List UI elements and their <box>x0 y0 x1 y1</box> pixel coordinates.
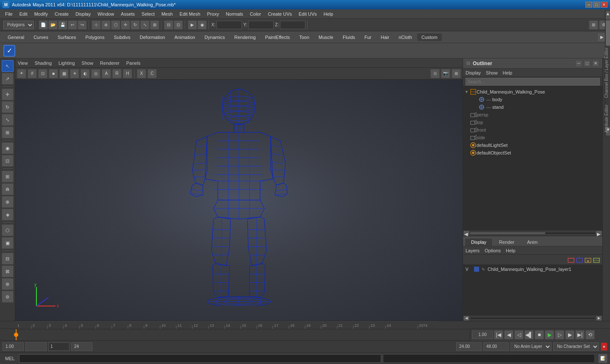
module-hair[interactable]: Hair <box>377 33 394 41</box>
renderer-menu[interactable]: Renderer <box>100 61 119 66</box>
frame-number-input[interactable] <box>48 342 69 351</box>
panels-menu[interactable]: Panels <box>126 61 141 66</box>
viewport-canvas[interactable]: .wire { fill: none; stroke: #0022dd; str… <box>15 80 463 321</box>
redo-button[interactable]: ↪ <box>78 20 87 30</box>
layers-button[interactable]: ⊟ <box>2 253 14 265</box>
menu-help[interactable]: Help <box>320 11 337 17</box>
next-key-button[interactable]: ▷ <box>555 330 564 339</box>
tree-item-objectset[interactable]: defaultObjectSet <box>463 149 602 157</box>
vt-isolate-button[interactable]: ◎ <box>91 69 100 78</box>
snap-curve-button[interactable]: ⋒ <box>2 183 14 195</box>
module-fur[interactable]: Fur <box>360 33 376 41</box>
anim-layer-dropdown[interactable]: No Anim Layer <box>510 342 552 351</box>
camera-tools-button[interactable]: ⬡ <box>2 224 14 236</box>
paint-button[interactable]: ↗ <box>2 73 14 85</box>
vt-hud-button[interactable]: H <box>123 69 132 78</box>
paint-select-button[interactable]: ⬡ <box>111 20 120 30</box>
vt-wireframe-button[interactable]: ⊡ <box>38 69 47 78</box>
menu-edit-mesh[interactable]: Edit Mesh <box>176 11 204 17</box>
restore-button[interactable]: □ <box>593 2 600 8</box>
menu-create[interactable]: Create <box>51 11 72 17</box>
vt-res-button[interactable]: R <box>112 69 122 78</box>
lighting-menu[interactable]: Lighting <box>58 61 75 66</box>
outliner-close[interactable]: ✕ <box>592 60 599 67</box>
side-icon-attribute[interactable]: Attribute Editor <box>604 106 610 131</box>
module-general[interactable]: General <box>3 33 28 41</box>
module-subdivs[interactable]: Subdivs <box>110 33 135 41</box>
snap-button[interactable]: ⊡ <box>174 20 183 30</box>
create-layer-icon[interactable] <box>568 256 575 264</box>
options-menu[interactable]: Options <box>485 248 501 253</box>
menu-normals[interactable]: Normals <box>222 11 247 17</box>
command-input[interactable] <box>19 354 381 363</box>
tab-render[interactable]: Render <box>493 238 521 246</box>
module-painteffects[interactable]: PaintEffects <box>261 33 294 41</box>
tree-item-stand[interactable]: — stand <box>463 103 602 111</box>
outliner-help-menu[interactable]: Help <box>503 70 513 75</box>
scroll-right-button[interactable]: ▶ <box>596 231 602 235</box>
outliner-maximize[interactable]: □ <box>584 60 591 67</box>
move-button[interactable]: ✛ <box>121 20 130 30</box>
play-reverse-button[interactable]: ◀▌ <box>524 330 534 339</box>
scroll-track[interactable] <box>470 232 596 234</box>
history-button[interactable]: ⊟ <box>164 20 173 30</box>
z-coord-input[interactable] <box>280 21 305 29</box>
outliner-display-menu[interactable]: Display <box>466 70 481 75</box>
character-set-dropdown[interactable]: No Character Set <box>553 342 599 351</box>
view-menu[interactable]: View <box>18 61 28 66</box>
module-deformation[interactable]: Deformation <box>136 33 169 41</box>
scale-tool-button[interactable]: ⤡ <box>2 114 14 126</box>
menu-proxy[interactable]: Proxy <box>204 11 222 17</box>
universal-tool-button[interactable]: ⊞ <box>2 127 14 138</box>
module-toon[interactable]: Toon <box>295 33 313 41</box>
module-dynamics[interactable]: Dynamics <box>200 33 229 41</box>
soft-select-button[interactable]: ◉ <box>2 142 14 154</box>
vt-shadow-button[interactable]: ◐ <box>80 69 90 78</box>
vt-grid-button[interactable]: # <box>28 69 37 78</box>
prev-frame-button[interactable]: ◀ <box>504 330 513 339</box>
lasso-button[interactable]: ⊛ <box>101 20 111 30</box>
menu-display[interactable]: Display <box>72 11 94 17</box>
tree-item-persp[interactable]: persp <box>463 111 602 119</box>
layer-options-icon[interactable] <box>593 256 601 264</box>
tree-item-scene[interactable]: ▼ Child_Mannequin_Walking_Pose <box>463 88 602 96</box>
prev-key-button[interactable]: ◁ <box>514 330 524 339</box>
open-button[interactable]: 📂 <box>48 20 58 30</box>
x-coord-input[interactable] <box>216 21 242 29</box>
close-button[interactable]: ✕ <box>601 2 607 8</box>
scale-button[interactable]: ⤡ <box>140 20 150 30</box>
menu-create-uvs[interactable]: Create UVs <box>264 11 295 17</box>
show-manipulator-button[interactable]: ⊡ <box>2 155 14 167</box>
vt-cam-button[interactable]: 👁 <box>17 69 26 78</box>
lower-scroll-right[interactable]: ▶ <box>596 316 602 320</box>
menu-color[interactable]: Color <box>247 11 264 17</box>
vscroll-up[interactable]: ▲ <box>606 11 610 19</box>
module-curves[interactable]: Curves <box>29 33 53 41</box>
loop-button[interactable]: ⟲ <box>585 330 595 339</box>
rotate-button[interactable]: ↻ <box>130 20 140 30</box>
show-menu[interactable]: Show <box>82 61 94 66</box>
snap-surface-button[interactable]: ◈ <box>2 209 14 221</box>
menu-modify[interactable]: Modify <box>31 11 51 17</box>
module-custom[interactable]: Custom <box>417 33 442 41</box>
module-animation[interactable]: Animation <box>170 33 200 41</box>
help-menu[interactable]: Help <box>506 248 516 253</box>
y-coord-input[interactable] <box>248 21 274 29</box>
menu-file[interactable]: File <box>2 11 16 17</box>
menu-edit[interactable]: Edit <box>16 11 31 17</box>
tree-item-front[interactable]: front <box>463 126 602 134</box>
menu-select[interactable]: Select <box>138 11 158 17</box>
vt-camera-button[interactable]: 📷 <box>441 69 450 78</box>
ipr-button[interactable]: ◉ <box>197 20 207 30</box>
layout-button[interactable]: ⊞ <box>589 20 598 30</box>
vt-textured-button[interactable]: ▦ <box>59 69 69 78</box>
script-editor-button[interactable]: 📝 <box>598 354 607 363</box>
new-scene-button[interactable]: 📄 <box>39 20 48 30</box>
stop-button[interactable]: ■ <box>535 330 544 339</box>
render-button[interactable]: ▶ <box>188 20 197 30</box>
vt-snap-button[interactable]: ⊙ <box>430 69 440 78</box>
lower-scroll-track[interactable] <box>470 317 596 320</box>
tree-item-side[interactable]: side <box>463 134 602 141</box>
tab-anim[interactable]: Anim <box>521 238 544 246</box>
side-icon-channelbox[interactable]: Channel Box / Layer Editor <box>604 60 610 85</box>
